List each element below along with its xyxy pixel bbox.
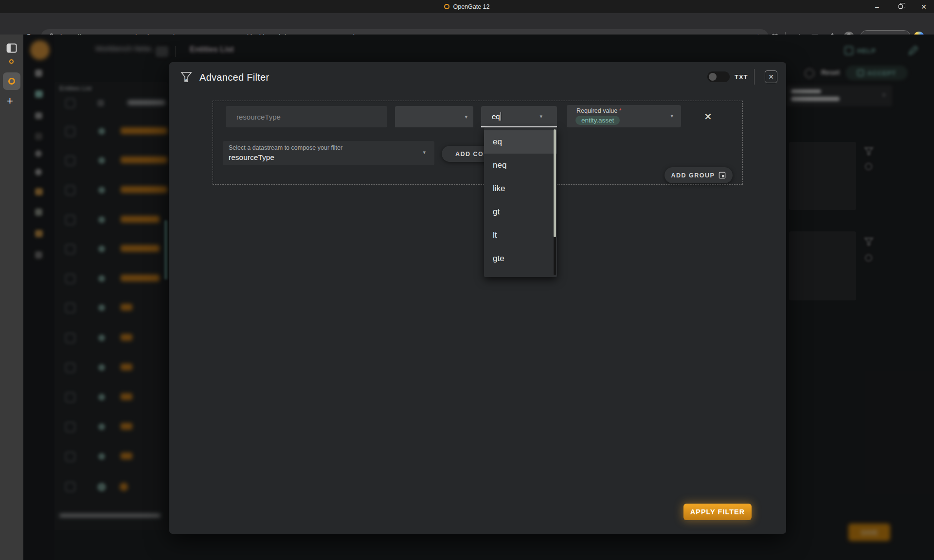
operator-option-gt[interactable]: gt <box>484 200 557 224</box>
maximize-button[interactable] <box>892 0 909 13</box>
add-group-icon <box>718 172 726 179</box>
operator-input-value: eq <box>492 112 500 121</box>
modal-close-icon: ✕ <box>768 73 774 81</box>
add-group-button[interactable]: ADD GROUP <box>665 167 733 183</box>
new-tab-button[interactable]: + <box>7 95 13 107</box>
opengate-favicon-icon <box>444 4 449 9</box>
toggle-knob <box>709 73 717 81</box>
operator-option-eq[interactable]: eq <box>484 130 557 154</box>
operator-option-neq[interactable]: neq <box>484 154 557 177</box>
browser-toolbar: ← ↻ https://www.opengate.es/workspaces/_… <box>0 13 934 35</box>
filter-funnel-icon: A <box>180 70 193 85</box>
tab-panel-icon[interactable] <box>6 43 17 55</box>
apply-filter-button[interactable]: APPLY FILTER <box>683 504 752 520</box>
close-window-button[interactable]: ✕ <box>916 0 932 13</box>
minimize-icon: – <box>875 3 879 11</box>
value-chip[interactable]: entity.asset <box>575 116 620 125</box>
inactive-tab-favicon-icon[interactable] <box>9 59 14 64</box>
screen: OpenGate 12 – ✕ ← ↻ https://www.opengate… <box>0 0 934 560</box>
advanced-filter-modal: A Advanced Filter TXT ✕ resourceType ▾ e… <box>169 62 786 534</box>
operator-combobox[interactable]: eq ▾ <box>481 106 557 127</box>
svg-text:A: A <box>185 78 188 82</box>
condition-secondary-select[interactable]: ▾ <box>395 106 473 127</box>
datastream-value: resourceType <box>229 153 274 162</box>
browser-tab[interactable]: OpenGate 12 <box>0 0 934 13</box>
condition-field-value: resourceType <box>236 113 281 121</box>
restore-icon <box>898 4 903 9</box>
required-caret-icon: ▾ <box>670 113 673 119</box>
remove-condition-button[interactable]: ✕ <box>704 111 712 122</box>
datastream-caret-icon: ▾ <box>423 149 426 156</box>
operator-option-like[interactable]: like <box>484 177 557 200</box>
required-value-label: Required value * <box>576 107 621 114</box>
operator-caret-icon: ▾ <box>539 113 542 120</box>
datastream-select[interactable]: Select a datastream to compose your filt… <box>223 141 434 165</box>
minimize-button[interactable]: – <box>869 0 885 13</box>
active-tab-tile[interactable] <box>3 72 20 90</box>
required-marker: * <box>619 107 622 114</box>
modal-close-button[interactable]: ✕ <box>765 70 777 83</box>
operator-dropdown-menu: eq neq like gt lt gte <box>484 127 557 277</box>
dropdown-scrollbar-thumb[interactable] <box>554 129 556 237</box>
active-tab-favicon-icon <box>8 78 15 85</box>
browser-titlebar: OpenGate 12 – ✕ <box>0 0 934 13</box>
txt-mode-toggle[interactable] <box>707 71 730 82</box>
operator-option-gte[interactable]: gte <box>484 247 557 270</box>
condition-field-input[interactable]: resourceType <box>226 106 387 127</box>
modal-title: Advanced Filter <box>199 72 269 83</box>
operator-option-lt[interactable]: lt <box>484 224 557 247</box>
tab-title: OpenGate 12 <box>453 3 489 10</box>
secondary-caret-icon: ▾ <box>465 114 467 120</box>
required-value-select[interactable]: Required value * entity.asset ▾ <box>567 105 681 127</box>
add-group-label: ADD GROUP <box>671 172 715 179</box>
txt-mode-label: TXT <box>735 73 748 81</box>
header-divider <box>754 69 754 85</box>
text-cursor <box>501 112 502 121</box>
edge-vertical-tabbar: + <box>0 35 23 560</box>
datastream-label: Select a datastream to compose your filt… <box>229 144 342 151</box>
close-window-icon: ✕ <box>921 3 927 11</box>
